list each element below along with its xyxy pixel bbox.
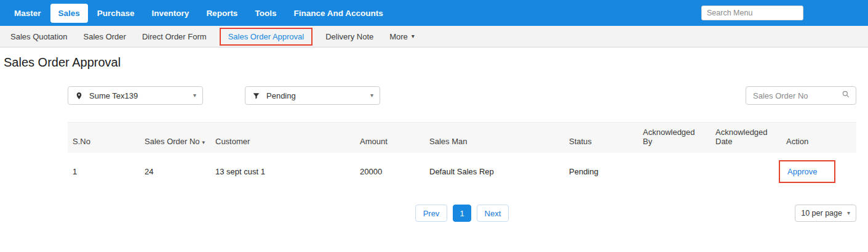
filters-row: Sume Tex139 ▾ Pending ▾ xyxy=(68,86,856,105)
subnav-item-more[interactable]: More ▾ xyxy=(381,28,423,46)
subnav-item-sales-quotation[interactable]: Sales Quotation xyxy=(2,28,76,46)
page-title: Sales Order Approval xyxy=(4,55,868,70)
top-navigation-bar: Master Sales Purchase Inventory Reports … xyxy=(0,0,868,26)
table-row: 1 24 13 sept cust 1 20000 Default Sales … xyxy=(68,153,856,190)
cell-sales-man: Default Sales Rep xyxy=(424,153,564,190)
col-header-sales-order-no[interactable]: Sales Order No▾ xyxy=(140,123,210,153)
status-filter-value: Pending xyxy=(266,91,296,100)
approve-link[interactable]: Approve xyxy=(787,167,817,176)
per-page-value: 10 per page xyxy=(801,209,842,217)
cell-acknowledged-by xyxy=(638,153,711,190)
cell-sno: 1 xyxy=(68,153,140,190)
cell-amount: 20000 xyxy=(355,153,424,190)
annotation-box-sales-order-approval: Sales Order Approval xyxy=(220,28,313,46)
menu-search-input[interactable] xyxy=(701,6,803,20)
per-page-select[interactable]: 10 per page ▾ xyxy=(795,205,856,222)
search-icon xyxy=(842,90,850,101)
chevron-down-icon: ▾ xyxy=(193,92,202,99)
location-filter-dropdown[interactable]: Sume Tex139 ▾ xyxy=(68,86,203,105)
nav-item-finance-and-accounts[interactable]: Finance And Accounts xyxy=(285,4,391,23)
cell-status: Pending xyxy=(564,153,638,190)
nav-item-reports[interactable]: Reports xyxy=(198,4,245,23)
filter-funnel-icon xyxy=(245,92,266,100)
location-filter-value: Sume Tex139 xyxy=(89,91,138,100)
sort-caret-icon: ▾ xyxy=(202,139,205,145)
nav-item-sales[interactable]: Sales xyxy=(50,4,88,23)
nav-item-tools[interactable]: Tools xyxy=(247,4,284,23)
col-header-sales-order-no-label: Sales Order No xyxy=(145,137,200,146)
page-content: Sume Tex139 ▾ Pending ▾ S.No xyxy=(68,86,856,222)
prev-page-button[interactable]: Prev xyxy=(415,205,448,222)
annotation-box-approve: Approve xyxy=(779,160,835,183)
col-header-status: Status xyxy=(564,123,638,153)
cell-customer: 13 sept cust 1 xyxy=(210,153,355,190)
sub-navigation-bar: Sales Quotation Sales Order Direct Order… xyxy=(0,26,868,47)
sales-order-approval-table: S.No Sales Order No▾ Customer Amount Sal… xyxy=(68,122,856,190)
top-nav-items: Master Sales Purchase Inventory Reports … xyxy=(6,4,391,23)
subnav-item-sales-order[interactable]: Sales Order xyxy=(76,28,134,46)
nav-item-inventory[interactable]: Inventory xyxy=(144,4,197,23)
table-header-row: S.No Sales Order No▾ Customer Amount Sal… xyxy=(68,123,856,153)
col-header-customer: Customer xyxy=(210,123,355,153)
more-label: More xyxy=(389,32,408,41)
next-page-button[interactable]: Next xyxy=(477,205,509,222)
subnav-item-direct-order-form[interactable]: Direct Order Form xyxy=(134,28,215,46)
sales-order-search-input[interactable] xyxy=(752,91,842,101)
subnav-item-delivery-note[interactable]: Delivery Note xyxy=(317,28,381,46)
subnav-item-sales-order-approval[interactable]: Sales Order Approval xyxy=(227,32,306,41)
location-pin-icon xyxy=(68,92,89,100)
chevron-down-icon: ▾ xyxy=(412,33,415,39)
col-header-acknowledged-date: Acknowledged Date xyxy=(711,123,781,153)
col-header-amount: Amount xyxy=(355,123,424,153)
col-header-acknowledged-by: Acknowledged By xyxy=(638,123,711,153)
chevron-down-icon: ▾ xyxy=(847,210,850,216)
pagination-row: Prev 1 Next 10 per page ▾ xyxy=(68,204,856,222)
col-header-sales-man: Sales Man xyxy=(424,123,564,153)
col-header-action: Action xyxy=(781,123,856,153)
nav-item-master[interactable]: Master xyxy=(6,4,49,23)
page-1-button[interactable]: 1 xyxy=(453,205,471,222)
cell-action: Approve xyxy=(781,153,856,190)
status-filter-dropdown[interactable]: Pending ▾ xyxy=(245,86,380,105)
col-header-sno: S.No xyxy=(68,123,140,153)
cell-sales-order-no: 24 xyxy=(140,153,210,190)
cell-acknowledged-date xyxy=(711,153,781,190)
sales-order-search-box xyxy=(746,86,856,105)
chevron-down-icon: ▾ xyxy=(370,92,380,99)
nav-item-purchase[interactable]: Purchase xyxy=(89,4,143,23)
